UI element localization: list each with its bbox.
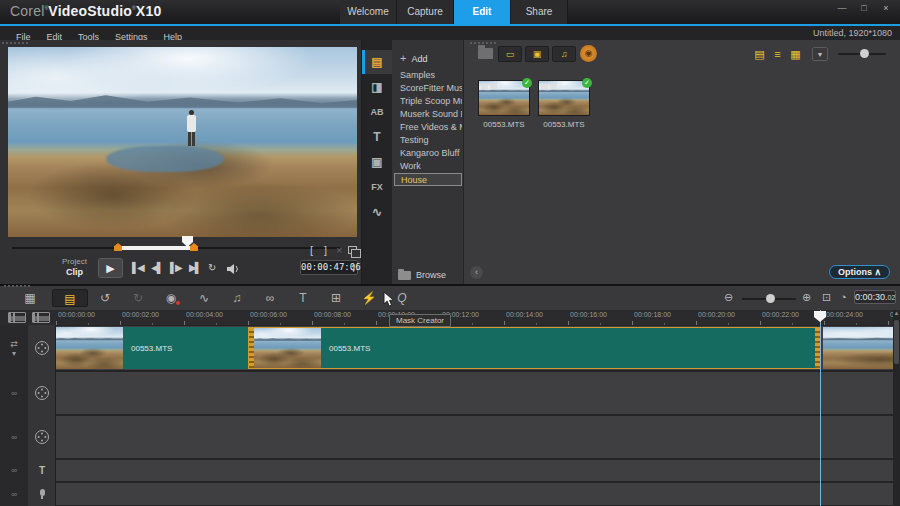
overlay-track-2-icon[interactable] xyxy=(28,416,56,458)
video-track-icon[interactable] xyxy=(28,326,56,370)
continuous-playback-icon[interactable]: ∞ xyxy=(259,289,281,307)
zoom-in-icon[interactable]: ⊕ xyxy=(802,291,811,304)
thumbnail-zoom-slider[interactable] xyxy=(838,53,886,55)
folder-work[interactable]: Work xyxy=(394,160,462,173)
browse-button[interactable]: Browse xyxy=(398,270,446,280)
view-thumbnail-icon[interactable]: ▦ xyxy=(787,47,804,61)
filter-music-icon[interactable]: ♫ xyxy=(552,46,576,62)
go-to-end-button[interactable]: ▶▌ xyxy=(189,262,200,273)
timecode-spinner[interactable]: ▲▼ xyxy=(349,261,358,274)
track-link-icon[interactable]: ∞ xyxy=(11,490,17,499)
instant-project-icon[interactable]: ◨ xyxy=(362,75,392,99)
gallery-scroll-left[interactable]: ‹ xyxy=(470,266,483,279)
scrollbar-thumb[interactable] xyxy=(894,320,899,364)
play-button[interactable]: ▶ xyxy=(98,258,123,278)
track-view-icon[interactable] xyxy=(32,312,50,323)
folder-muserk-sound-effect[interactable]: Muserk Sound Effect xyxy=(394,108,462,121)
enlarge-preview-icon[interactable] xyxy=(348,246,357,254)
options-button[interactable]: Options ∧ xyxy=(829,265,890,279)
redo-icon[interactable]: ↻ xyxy=(127,289,149,307)
add-folder-button[interactable]: +Add xyxy=(400,52,427,64)
view-list-icon[interactable]: ▤ xyxy=(751,47,768,61)
gallery-folder-icon[interactable] xyxy=(478,48,493,59)
zoom-out-icon[interactable]: ⊖ xyxy=(724,291,733,304)
ruler-units-clock-icon[interactable]: ◔ xyxy=(840,291,847,303)
next-frame-button[interactable]: ▌▶ xyxy=(170,262,181,273)
track-link-icon[interactable]: ∞ xyxy=(11,389,17,398)
media-icon[interactable]: ▤ xyxy=(362,50,392,74)
filter-icon[interactable]: FX xyxy=(362,175,392,199)
video-track-tools[interactable]: ⇄▾ xyxy=(0,326,28,370)
expand-track-icon[interactable]: ▾ xyxy=(12,349,16,358)
track-motion-icon[interactable]: ∿ xyxy=(362,200,392,224)
tab-edit[interactable]: Edit xyxy=(454,0,511,24)
folder-kangaroo-bluff[interactable]: Kangaroo Bluff xyxy=(394,147,462,160)
split-screen-template-creator-icon[interactable]: ⊞ xyxy=(325,289,347,307)
go-to-start-button[interactable]: ▌◀ xyxy=(132,262,143,273)
show-all-tracks-icon[interactable] xyxy=(8,312,26,323)
scroll-up-icon[interactable]: ▲ xyxy=(893,310,900,316)
mode-clip-label[interactable]: Clip xyxy=(66,267,83,277)
track-link-icon[interactable]: ∞ xyxy=(11,433,17,442)
title-icon[interactable]: T xyxy=(362,125,392,149)
minimize-icon[interactable]: — xyxy=(836,3,848,13)
folder-triple-scoop-music[interactable]: Triple Scoop Music xyxy=(394,95,462,108)
filter-photo-icon[interactable]: ▣ xyxy=(525,46,549,62)
transition-icon[interactable]: AB xyxy=(362,100,392,124)
tab-welcome[interactable]: Welcome xyxy=(340,0,397,24)
slider-knob[interactable] xyxy=(860,49,869,58)
media-thumbnail[interactable]: ✓ xyxy=(478,80,530,116)
folder-scorefitter-music[interactable]: ScoreFitter Music xyxy=(394,82,462,95)
timeline-clip[interactable]: 00553.MTS xyxy=(248,327,821,369)
timeline-scrollbar[interactable]: ▲ xyxy=(893,310,900,506)
track-link-icon[interactable]: ∞ xyxy=(11,466,17,475)
timeline-view-button[interactable]: ▤ xyxy=(52,289,88,307)
mark-in-icon[interactable]: [ xyxy=(310,244,313,256)
mark-out-icon[interactable]: ] xyxy=(324,244,327,256)
timeline-zoom-slider[interactable] xyxy=(742,298,796,300)
timeline-clip[interactable]: 00553.MTS xyxy=(56,327,248,369)
title-track[interactable] xyxy=(56,460,893,481)
folder-samples[interactable]: Samples xyxy=(394,69,462,82)
close-icon[interactable]: × xyxy=(880,3,892,13)
storyboard-view-button[interactable]: ▦ xyxy=(12,289,48,307)
media-360-icon[interactable]: ◉ xyxy=(580,45,597,62)
slider-knob[interactable] xyxy=(766,294,775,303)
title-track-tools[interactable]: ∞ xyxy=(0,460,28,481)
overlay-track-1-tools[interactable]: ∞ xyxy=(0,372,28,414)
mode-project-label[interactable]: Project xyxy=(62,257,87,266)
tab-capture[interactable]: Capture xyxy=(397,0,454,24)
title-track-icon[interactable]: T xyxy=(28,460,56,481)
trim-start-handle[interactable] xyxy=(114,243,122,251)
view-detail-icon[interactable]: ≡ xyxy=(769,47,786,61)
motion-tracking-icon[interactable]: ⚡ xyxy=(358,289,380,307)
timeline-playhead-line[interactable] xyxy=(820,310,821,506)
folder-testing[interactable]: Testing xyxy=(394,134,462,147)
voice-track[interactable] xyxy=(56,483,893,505)
tab-share[interactable]: Share xyxy=(511,0,568,24)
ripple-edit-icon[interactable]: ⇄ xyxy=(10,339,18,349)
fit-project-icon[interactable]: ⊡ xyxy=(822,291,831,304)
preview-timecode[interactable]: 00:00:47:06 ▲▼ xyxy=(300,260,358,275)
restore-icon[interactable]: □ xyxy=(858,3,870,13)
sort-icon[interactable]: ▼ xyxy=(812,47,828,61)
subtitle-editor-icon[interactable]: T xyxy=(292,289,314,307)
sound-mixer-icon[interactable]: ∿ xyxy=(193,289,215,307)
overlay-track-1[interactable] xyxy=(56,372,893,414)
undo-icon[interactable]: ↺ xyxy=(94,289,116,307)
split-clip-icon[interactable]: × xyxy=(336,244,342,256)
overlay-track-1-icon[interactable] xyxy=(28,372,56,414)
overlay-track-2-tools[interactable]: ∞ xyxy=(0,416,28,458)
trim-end-handle[interactable] xyxy=(190,243,198,251)
auto-music-icon[interactable]: ♫ xyxy=(226,289,248,307)
filter-video-icon[interactable]: ▭ xyxy=(498,46,522,62)
repeat-button[interactable]: ↻ xyxy=(208,262,214,273)
graphic-icon[interactable]: ▣ xyxy=(362,150,392,174)
folder-house[interactable]: House xyxy=(394,173,462,186)
folder-free-videos-mu-[interactable]: Free Videos & Mu... xyxy=(394,121,462,134)
timeline-clip[interactable] xyxy=(823,327,893,369)
overlay-track-2[interactable] xyxy=(56,416,893,458)
record-capture-option-icon[interactable]: ◉ xyxy=(160,289,182,307)
media-thumbnail[interactable]: ✓ xyxy=(538,80,590,116)
previous-frame-button[interactable]: ◀▌ xyxy=(151,262,162,273)
